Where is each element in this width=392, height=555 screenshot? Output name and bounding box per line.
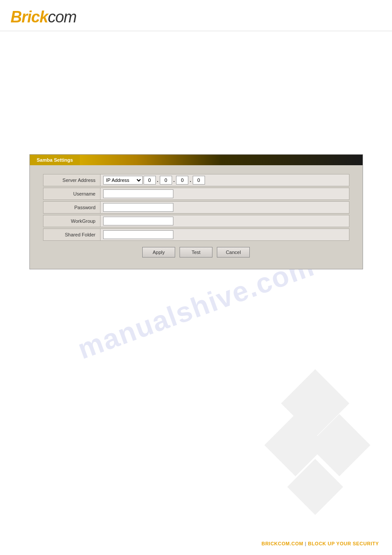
logo: Brickcom <box>11 8 381 26</box>
panel-title: Samba Settings <box>30 155 80 165</box>
workgroup-label: WorkGroup <box>43 215 101 227</box>
shared-folder-label: Shared Folder <box>43 229 101 240</box>
username-row: Username <box>43 188 349 200</box>
dot-3: . <box>189 177 191 183</box>
server-address-row: Server Address IP Address Domain Name . … <box>43 174 349 186</box>
panel-header-gradient <box>80 155 362 165</box>
footer-separator: | <box>305 541 306 546</box>
workgroup-row: WorkGroup <box>43 215 349 227</box>
svg-rect-0 <box>281 369 349 438</box>
ip-octet-1[interactable] <box>144 176 156 185</box>
footer-site: BRICKCOM.COM <box>262 541 303 546</box>
server-address-field: IP Address Domain Name . . . <box>101 175 349 185</box>
username-input[interactable] <box>103 189 173 198</box>
shared-folder-row: Shared Folder <box>43 229 349 241</box>
logo-brick: Brick <box>11 8 48 26</box>
server-address-inputs: IP Address Domain Name . . . <box>103 176 205 185</box>
apply-button[interactable]: Apply <box>142 247 175 258</box>
workgroup-input[interactable] <box>103 217 173 225</box>
svg-rect-3 <box>287 459 343 515</box>
address-type-select[interactable]: IP Address Domain Name <box>103 176 143 185</box>
footer-tagline: BLOCK UP YOUR SECURITY <box>308 541 379 546</box>
password-row: Password <box>43 201 349 214</box>
samba-settings-panel: Samba Settings Server Address IP Address… <box>29 154 363 269</box>
logo-com: com <box>48 8 76 26</box>
panel-header: Samba Settings <box>30 155 363 165</box>
cancel-button[interactable]: Cancel <box>217 247 250 258</box>
watermark-diamonds <box>238 366 392 520</box>
shared-folder-input[interactable] <box>103 230 173 239</box>
svg-rect-2 <box>308 414 370 476</box>
password-input[interactable] <box>103 203 173 212</box>
page-header: Brickcom <box>0 0 392 31</box>
test-button[interactable]: Test <box>180 247 212 258</box>
username-field <box>101 189 349 199</box>
svg-rect-1 <box>264 414 326 476</box>
main-content: Samba Settings Server Address IP Address… <box>0 31 392 278</box>
dot-2: . <box>173 177 175 183</box>
ip-octet-2[interactable] <box>160 176 172 185</box>
username-label: Username <box>43 188 101 200</box>
server-address-label: Server Address <box>43 174 101 186</box>
footer: BRICKCOM.COM | BLOCK UP YOUR SECURITY <box>262 541 379 546</box>
workgroup-field <box>101 216 349 226</box>
dot-1: . <box>157 177 159 183</box>
password-label: Password <box>43 202 101 213</box>
panel-body: Server Address IP Address Domain Name . … <box>30 165 363 269</box>
button-row: Apply Test Cancel <box>43 247 349 260</box>
ip-octet-4[interactable] <box>193 176 205 185</box>
shared-folder-field <box>101 229 349 240</box>
password-field <box>101 202 349 213</box>
ip-octet-3[interactable] <box>176 176 188 185</box>
